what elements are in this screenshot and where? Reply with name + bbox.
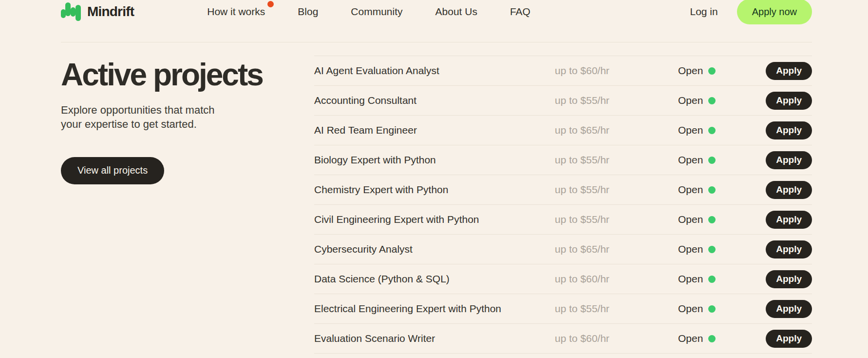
project-rate: up to $65/hr bbox=[555, 124, 678, 136]
status-label: Open bbox=[678, 243, 703, 255]
status-label: Open bbox=[678, 124, 703, 136]
projects-table: AI Agent Evaluation Analyst up to $60/hr… bbox=[314, 56, 812, 354]
project-status: Open bbox=[678, 214, 766, 225]
project-rate: up to $55/hr bbox=[555, 303, 678, 315]
project-name: AI Red Team Engineer bbox=[314, 124, 555, 136]
project-rate: up to $55/hr bbox=[555, 154, 678, 166]
nav-link[interactable]: Blog bbox=[298, 6, 318, 18]
notification-dot-icon bbox=[267, 1, 274, 7]
project-status: Open bbox=[678, 154, 766, 166]
apply-button[interactable]: Apply bbox=[766, 62, 812, 80]
project-status: Open bbox=[678, 184, 766, 196]
apply-button[interactable]: Apply bbox=[766, 211, 812, 229]
status-label: Open bbox=[678, 214, 703, 225]
project-rate: up to $60/hr bbox=[555, 273, 678, 285]
project-row: AI Agent Evaluation Analyst up to $60/hr… bbox=[314, 56, 812, 85]
brand-name: Mindrift bbox=[87, 4, 134, 20]
project-row: Civil Engineering Expert with Python up … bbox=[314, 204, 812, 234]
project-rate: up to $55/hr bbox=[555, 95, 678, 106]
page-title: Active projects bbox=[61, 57, 314, 93]
login-link[interactable]: Log in bbox=[690, 6, 718, 18]
project-name: Cybersecurity Analyst bbox=[314, 243, 555, 255]
nav-right: Log in Apply now bbox=[690, 0, 812, 24]
project-row: AI Red Team Engineer up to $65/hr Open A… bbox=[314, 115, 812, 145]
apply-button[interactable]: Apply bbox=[766, 300, 812, 318]
view-all-projects-button[interactable]: View all projects bbox=[61, 157, 164, 184]
project-rate: up to $65/hr bbox=[555, 243, 678, 255]
status-dot-icon bbox=[708, 246, 716, 253]
project-status: Open bbox=[678, 333, 766, 344]
project-row: Cybersecurity Analyst up to $65/hr Open … bbox=[314, 234, 812, 264]
project-name: Data Science (Python & SQL) bbox=[314, 273, 555, 285]
project-status: Open bbox=[678, 243, 766, 255]
page-subtitle: Explore opportunities that match your ex… bbox=[61, 103, 314, 131]
project-name: Civil Engineering Expert with Python bbox=[314, 214, 555, 225]
project-row: Data Science (Python & SQL) up to $60/hr… bbox=[314, 264, 812, 294]
project-row: Biology Expert with Python up to $55/hr … bbox=[314, 145, 812, 175]
apply-now-button[interactable]: Apply now bbox=[737, 0, 812, 24]
apply-button[interactable]: Apply bbox=[766, 270, 812, 288]
nav-link[interactable]: FAQ bbox=[510, 6, 530, 18]
status-dot-icon bbox=[708, 335, 716, 342]
status-dot-icon bbox=[708, 216, 716, 223]
project-name: Electrical Engineering Expert with Pytho… bbox=[314, 303, 555, 315]
status-label: Open bbox=[678, 65, 703, 77]
status-dot-icon bbox=[708, 276, 716, 283]
hero-section: Active projects Explore opportunities th… bbox=[61, 42, 314, 354]
main-content: Active projects Explore opportunities th… bbox=[61, 42, 812, 354]
project-status: Open bbox=[678, 95, 766, 106]
project-rate: up to $55/hr bbox=[555, 184, 678, 196]
project-status: Open bbox=[678, 273, 766, 285]
mindrift-logo-icon bbox=[61, 1, 82, 22]
nav-links: How it works Blog Community About Us FAQ bbox=[207, 6, 530, 18]
apply-button[interactable]: Apply bbox=[766, 181, 812, 199]
status-dot-icon bbox=[708, 67, 716, 75]
status-dot-icon bbox=[708, 186, 716, 194]
brand-logo[interactable]: Mindrift bbox=[61, 1, 134, 22]
project-row: Evaluation Scenario Writer up to $60/hr … bbox=[314, 323, 812, 353]
project-name: Chemistry Expert with Python bbox=[314, 184, 555, 196]
project-rate: up to $55/hr bbox=[555, 214, 678, 225]
status-label: Open bbox=[678, 273, 703, 285]
apply-button[interactable]: Apply bbox=[766, 240, 812, 259]
project-rate: up to $60/hr bbox=[555, 65, 678, 77]
project-name: Evaluation Scenario Writer bbox=[314, 333, 555, 344]
project-row: Chemistry Expert with Python up to $55/h… bbox=[314, 175, 812, 204]
status-dot-icon bbox=[708, 97, 716, 104]
status-label: Open bbox=[678, 303, 703, 315]
status-dot-icon bbox=[708, 127, 716, 134]
project-rate: up to $60/hr bbox=[555, 333, 678, 344]
status-label: Open bbox=[678, 333, 703, 344]
project-status: Open bbox=[678, 303, 766, 315]
project-status: Open bbox=[678, 65, 766, 77]
status-dot-icon bbox=[708, 305, 716, 313]
apply-button[interactable]: Apply bbox=[766, 330, 812, 348]
apply-button[interactable]: Apply bbox=[766, 92, 812, 110]
project-name: Accounting Consultant bbox=[314, 95, 555, 106]
status-dot-icon bbox=[708, 157, 716, 164]
project-status: Open bbox=[678, 124, 766, 136]
status-label: Open bbox=[678, 95, 703, 106]
apply-button[interactable]: Apply bbox=[766, 121, 812, 139]
top-nav: Mindrift How it works Blog Community Abo… bbox=[61, 0, 812, 42]
nav-link[interactable]: Community bbox=[351, 6, 402, 18]
nav-link[interactable]: How it works bbox=[207, 6, 265, 18]
status-label: Open bbox=[678, 184, 703, 196]
project-row: Accounting Consultant up to $55/hr Open … bbox=[314, 85, 812, 115]
project-row: Electrical Engineering Expert with Pytho… bbox=[314, 294, 812, 323]
page: Mindrift How it works Blog Community Abo… bbox=[0, 0, 868, 358]
status-label: Open bbox=[678, 154, 703, 166]
project-name: AI Agent Evaluation Analyst bbox=[314, 65, 555, 77]
nav-link[interactable]: About Us bbox=[435, 6, 477, 18]
apply-button[interactable]: Apply bbox=[766, 151, 812, 169]
project-name: Biology Expert with Python bbox=[314, 154, 555, 166]
